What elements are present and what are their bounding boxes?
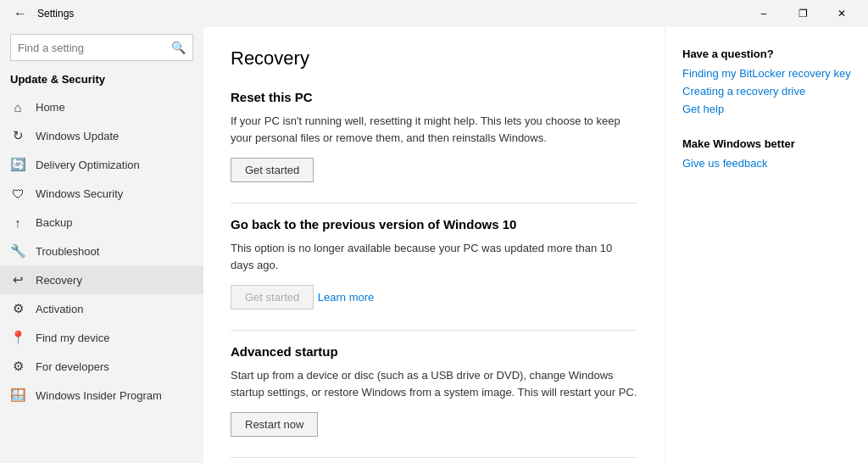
get-help-link[interactable]: Get help [682,103,851,115]
search-box: 🔍 [10,34,193,61]
sidebar-item-windows-security[interactable]: 🛡 Windows Security [0,179,203,208]
app-body: 🔍 Update & Security ⌂ Home ↻ Windows Upd… [0,27,868,463]
title-bar: ← Settings – ❐ ✕ [0,0,868,27]
main-content: Recovery Reset this PC If your PC isn't … [203,27,665,463]
title-bar-left: ← Settings [10,3,74,25]
sidebar-item-windows-update-label: Windows Update [36,130,119,142]
windows-update-icon: ↻ [10,128,25,143]
sidebar-section-label: Update & Security [0,68,203,92]
windows-security-icon: 🛡 [10,186,25,201]
delivery-optimization-icon: 🔄 [10,157,25,172]
search-icon-button[interactable]: 🔍 [171,41,186,54]
right-panel: Have a question? Finding my BitLocker re… [665,27,868,463]
find-my-device-icon: 📍 [10,330,25,345]
sidebar-item-activation[interactable]: ⚙ Activation [0,294,203,323]
sidebar-item-for-developers[interactable]: ⚙ For developers [0,352,203,381]
divider-1 [231,203,637,204]
sidebar-item-troubleshoot-label: Troubleshoot [36,245,99,258]
activation-icon: ⚙ [10,301,25,316]
recovery-icon: ↩ [10,272,25,287]
windows-insider-icon: 🪟 [10,388,25,403]
reset-pc-section: Reset this PC If your PC isn't running w… [231,90,637,199]
go-back-title: Go back to the previous version of Windo… [231,217,637,232]
sidebar-item-troubleshoot[interactable]: 🔧 Troubleshoot [0,237,203,265]
give-feedback-link[interactable]: Give us feedback [682,157,851,170]
sidebar-item-windows-insider[interactable]: 🪟 Windows Insider Program [0,381,203,410]
sidebar-item-activation-label: Activation [36,303,83,315]
sidebar-item-backup-label: Backup [36,216,72,229]
divider-3 [231,457,637,458]
sidebar: 🔍 Update & Security ⌂ Home ↻ Windows Upd… [0,27,203,463]
advanced-startup-title: Advanced startup [231,344,637,359]
creating-recovery-link[interactable]: Creating a recovery drive [682,85,851,98]
learn-more-link[interactable]: Learn more [318,291,374,304]
advanced-startup-section: Advanced startup Start up from a device … [231,344,637,454]
sidebar-item-windows-update[interactable]: ↻ Windows Update [0,121,203,150]
page-title: Recovery [231,47,637,70]
backup-icon: ↑ [10,215,25,230]
back-button[interactable]: ← [10,3,31,25]
restore-button[interactable]: ❐ [783,0,822,27]
restart-now-button[interactable]: Restart now [231,412,318,437]
sidebar-item-find-my-device-label: Find my device [36,332,109,344]
home-icon: ⌂ [10,99,25,114]
sidebar-item-backup[interactable]: ↑ Backup [0,208,203,237]
sidebar-item-home-label: Home [36,101,65,114]
reset-pc-title: Reset this PC [231,90,637,104]
sidebar-item-find-my-device[interactable]: 📍 Find my device [0,323,203,352]
close-button[interactable]: ✕ [822,0,861,27]
reset-pc-description: If your PC isn't running well, resetting… [231,113,637,146]
app-title: Settings [37,8,74,20]
search-input[interactable] [18,42,171,54]
divider-2 [231,330,637,331]
sidebar-item-recovery[interactable]: ↩ Recovery [0,265,203,294]
minimize-button[interactable]: – [744,0,783,27]
sidebar-item-home[interactable]: ⌂ Home [0,92,203,121]
sidebar-item-delivery-optimization-label: Delivery Optimization [36,159,140,171]
right-spacer [682,120,851,137]
sidebar-item-recovery-label: Recovery [36,274,82,287]
advanced-startup-description: Start up from a device or disc (such as … [231,367,637,400]
sidebar-item-windows-insider-label: Windows Insider Program [36,389,162,402]
sidebar-item-windows-security-label: Windows Security [36,187,123,200]
sidebar-item-for-developers-label: For developers [36,360,109,373]
go-back-description: This option is no longer available becau… [231,240,637,273]
title-bar-controls: – ❐ ✕ [744,0,861,27]
reset-pc-get-started-button[interactable]: Get started [231,158,314,182]
go-back-section: Go back to the previous version of Windo… [231,217,637,326]
bitlocker-link[interactable]: Finding my BitLocker recovery key [682,67,851,80]
have-question-title: Have a question? [682,47,851,60]
go-back-get-started-button: Get started [231,285,314,310]
sidebar-item-delivery-optimization[interactable]: 🔄 Delivery Optimization [0,150,203,179]
for-developers-icon: ⚙ [10,359,25,374]
troubleshoot-icon: 🔧 [10,243,25,259]
make-windows-better-title: Make Windows better [682,137,851,150]
